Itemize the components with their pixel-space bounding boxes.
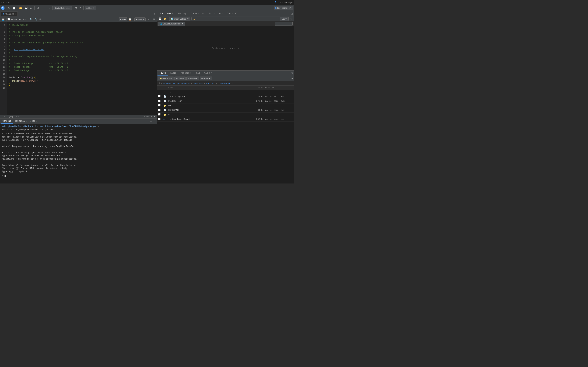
console-content[interactable]: ~/Dropbox/My Mac (MacBook Pro van Johann… — [0, 124, 157, 184]
table-row[interactable]: 📁 R — [157, 113, 294, 117]
run-options-btn[interactable]: 📋 — [128, 17, 132, 21]
file-checkbox[interactable] — [158, 109, 160, 111]
find-btn[interactable]: 🔍 — [29, 17, 33, 21]
tab-tutorial[interactable]: Tutorial — [225, 12, 239, 16]
files-panel: Files Plots Packages Help Viewer ─ □ 📁 N… — [157, 71, 294, 184]
editor-tab-hello-r[interactable]: R hello.R ✕ — [1, 12, 18, 17]
code-options-btn[interactable]: ⊟ — [152, 17, 156, 21]
nav-back-btn[interactable]: ← — [42, 6, 46, 10]
run-btn[interactable]: Run ▶ — [119, 17, 127, 21]
save-btn[interactable]: 💾 — [24, 6, 28, 10]
bc-2github[interactable]: 2_GITHUB — [206, 82, 215, 84]
new-script-btn[interactable]: 📄 — [11, 6, 16, 10]
tab-history[interactable]: History — [175, 12, 189, 16]
bc-testpackage[interactable]: testpackage — [218, 82, 231, 84]
editor-save-icon-btn[interactable]: 💾 — [1, 17, 5, 21]
source-btn[interactable]: ▶ Source — [134, 17, 146, 21]
import-icon: 📊 — [171, 18, 173, 20]
env-save-btn[interactable]: 💾 — [158, 17, 162, 21]
file-checkbox[interactable] — [158, 118, 160, 120]
more-btn[interactable]: ⚙ More ▼ — [200, 76, 212, 80]
tab-plots[interactable]: Plots — [168, 71, 179, 75]
env-load-btn[interactable]: 📂 — [163, 17, 167, 21]
run-arrow-icon: ▶ — [124, 18, 126, 20]
goto-file-btn[interactable]: Go to file/function — [53, 6, 72, 10]
tab-packages[interactable]: Packages — [179, 71, 193, 75]
file-checkbox[interactable] — [158, 95, 160, 97]
new-folder-btn[interactable]: 📁 New Folder — [158, 76, 174, 80]
table-row[interactable]: 📄 NAMESPACE 31 B Nov 16, 2023, 3:11 — [157, 108, 294, 113]
editor-tab-close-icon[interactable]: ✕ — [15, 13, 16, 15]
env-clear-btn[interactable]: 🧹 — [193, 17, 197, 21]
table-row[interactable]: 📄 DESCRIPTION 373 B Nov 16, 2023, 3:11 — [157, 99, 294, 103]
code-editor[interactable]: 12345678910111213141516171819 # Hello, w… — [0, 22, 157, 115]
grid-btn[interactable]: ⊟ — [78, 6, 82, 10]
files-toolbar: 📁 New Folder 🗑 Delete ✏ Rename ⚙ More ▼ … — [157, 76, 294, 81]
files-maximize-btn[interactable]: □ — [291, 71, 293, 75]
import-dataset-btn[interactable]: 📊 Import Dataset ▼ — [169, 17, 190, 21]
table-row[interactable]: R testpackage.Rproj 356 B Nov 16, 2023, … — [157, 117, 294, 122]
bc-macbook[interactable]: MacBook Pro van Johannes — [163, 82, 190, 84]
file-checkbox[interactable] — [158, 113, 160, 116]
file-icon-col: 📄 — [164, 100, 168, 102]
files-refresh-btn[interactable]: ↻ — [291, 77, 293, 80]
tab-help[interactable]: Help — [193, 71, 202, 75]
format-btn[interactable]: ⊟ — [39, 17, 42, 21]
size-col-header[interactable]: Size — [251, 87, 265, 89]
env-search-input[interactable] — [275, 22, 293, 26]
console-link-icon: ↗ — [97, 125, 99, 128]
tools-btn[interactable]: 🔧 — [34, 17, 38, 21]
table-row[interactable]: 📁 man — [157, 103, 294, 108]
source-on-save-label[interactable]: Source on Save — [8, 18, 26, 20]
console-maximize-btn[interactable]: □ — [153, 119, 156, 123]
list-view-btn[interactable]: List ▼ — [280, 17, 289, 21]
console-tab-jobs[interactable]: Jobs ✕ — [28, 119, 39, 124]
console-tab-terminal[interactable]: Terminal ✕ — [13, 119, 28, 124]
console-tab-console[interactable]: Console — [1, 119, 13, 124]
terminal-close-icon[interactable]: ✕ — [26, 120, 27, 122]
tab-git[interactable]: Git — [217, 12, 225, 16]
project-selector[interactable]: R testpackage ▼ — [274, 6, 293, 10]
zoom-btn[interactable]: ⊞ — [74, 6, 78, 10]
file-checkbox[interactable] — [158, 104, 160, 106]
modified-col-header[interactable]: Modified — [265, 87, 293, 89]
editor-minimize-btn[interactable]: ─ — [150, 12, 153, 16]
env-minimize-btn[interactable]: ─ — [287, 12, 290, 16]
tab-connections[interactable]: Connections — [189, 12, 207, 16]
tab-files[interactable]: Files — [157, 71, 168, 75]
table-row[interactable]: ↑ .. — [157, 90, 294, 94]
folder-icon: 📁 — [164, 104, 166, 107]
nav-forward-btn[interactable]: → — [47, 6, 51, 10]
file-checkbox[interactable] — [158, 100, 160, 102]
new-file-btn[interactable]: ⊕ — [7, 6, 11, 10]
env-maximize-btn[interactable]: □ — [291, 12, 293, 16]
addins-btn[interactable]: Addins ▼ — [85, 6, 96, 10]
source-options-btn[interactable]: ▼ — [146, 17, 150, 21]
print-btn[interactable]: 🖨 — [36, 6, 40, 10]
save-all-btn[interactable]: 🗂 — [29, 6, 34, 10]
files-minimize-btn[interactable]: ─ — [287, 71, 290, 75]
rproj-icon: R — [164, 118, 165, 120]
table-row[interactable]: 📄 .Rbuildignore 28 B Nov 16, 2023, 3:11 — [157, 94, 294, 99]
doc-icon: 📄 — [164, 95, 166, 98]
rename-btn[interactable]: ✏ Rename — [186, 76, 199, 80]
open-file-btn[interactable]: 📂 — [18, 6, 23, 10]
tab-build[interactable]: Build — [207, 12, 217, 16]
jobs-close-icon[interactable]: ✕ — [36, 120, 37, 122]
source-on-save-checkbox[interactable] — [8, 18, 10, 20]
console-minimize-btn[interactable]: ─ — [149, 119, 152, 123]
delete-btn[interactable]: 🗑 Delete — [174, 76, 186, 80]
doc-icon: 📄 — [164, 109, 166, 111]
tab-environment[interactable]: Environment — [157, 12, 175, 16]
global-env-btn[interactable]: 🌐 Global Environment ▼ — [158, 22, 185, 26]
bc-downloads[interactable]: Downloads — [193, 82, 203, 84]
name-col-header[interactable]: Name — [168, 87, 251, 89]
cursor-position: 1:1 — [1, 116, 5, 118]
tab-viewer[interactable]: Viewer — [202, 71, 214, 75]
console-tab-right: ─ □ — [149, 119, 156, 123]
bc-arrow1: ▶ — [161, 82, 162, 84]
env-refresh-btn[interactable]: ↻ — [290, 17, 293, 21]
code-content[interactable]: # Hello, world!## This is an example fun… — [7, 22, 157, 115]
editor-maximize-btn[interactable]: □ — [153, 12, 156, 16]
file-modified-col: Nov 16, 2023, 3:11 — [265, 100, 293, 102]
